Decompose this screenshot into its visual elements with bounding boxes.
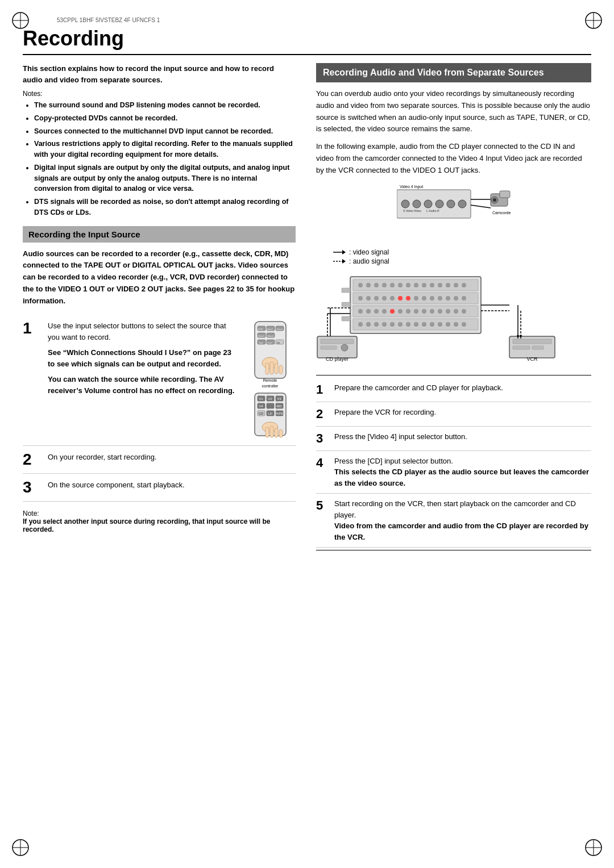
note-item: Copy-protected DVDs cannot be recorded. (34, 113, 296, 124)
svg-point-139 (374, 322, 379, 327)
diagram-area: Video 4 Input S-Video Video (316, 182, 591, 369)
svg-point-146 (430, 322, 434, 327)
svg-point-149 (454, 322, 458, 327)
svg-marker-87 (342, 250, 346, 254)
step-row-1: 1 DVD Video1 (23, 315, 296, 446)
svg-point-105 (438, 283, 442, 287)
step-2-text: On your recorder, start recording. (48, 452, 296, 463)
right-step-text-5: Start recording on the VCR, then start p… (334, 498, 591, 542)
svg-point-113 (390, 296, 395, 301)
svg-rect-153 (342, 316, 350, 321)
svg-point-125 (374, 309, 379, 314)
right-step-text-4-bold: This selects the CD player as the audio … (334, 468, 589, 487)
svg-text:DVD: DVD (258, 328, 263, 331)
svg-point-142 (398, 322, 403, 327)
step-number-1: 1 (23, 320, 39, 336)
right-step-num-1: 1 (316, 382, 329, 397)
note-item: Various restrictions apply to digital re… (34, 139, 296, 160)
svg-point-127 (390, 309, 395, 314)
svg-point-128 (398, 309, 403, 314)
svg-point-111 (374, 296, 379, 301)
svg-rect-64 (265, 427, 269, 437)
svg-point-115 (406, 296, 410, 301)
svg-point-96 (366, 283, 371, 287)
svg-text:Video4: Video4 (267, 335, 273, 337)
diagram-legend: : video signal : audio signal (322, 248, 389, 266)
right-step-num-3: 3 (316, 431, 329, 446)
right-step-2: 2 Prepare the VCR for recording. (316, 402, 591, 427)
svg-text:CD: CD (258, 412, 263, 415)
svg-text:Video1: Video1 (267, 328, 273, 331)
svg-point-117 (422, 296, 426, 301)
svg-text:Video2: Video2 (276, 328, 283, 331)
svg-text:Video 4 Input: Video 4 Input (400, 185, 423, 189)
svg-rect-151 (342, 288, 350, 293)
svg-point-150 (462, 322, 466, 327)
svg-point-118 (430, 296, 434, 301)
svg-rect-65 (270, 426, 273, 437)
right-step-text-5-normal: Start recording on the VCR, then start p… (334, 499, 576, 519)
svg-text:V4: V4 (259, 404, 263, 408)
svg-point-97 (374, 283, 379, 287)
svg-rect-67 (279, 429, 283, 437)
step-number-2: 2 (23, 452, 39, 468)
right-step-5: 5 Start recording on the VCR, then start… (316, 494, 591, 548)
svg-point-144 (414, 322, 418, 327)
svg-text:L-Audio-R: L-Audio-R (426, 209, 439, 212)
svg-point-119 (438, 296, 442, 301)
legend-video: : video signal (333, 248, 389, 256)
svg-line-80 (471, 205, 491, 208)
svg-point-122 (462, 296, 466, 301)
intro-text: This section explains how to record the … (23, 63, 296, 85)
svg-point-99 (390, 283, 395, 287)
right-step-text-3: Press the [Video 4] input selector butto… (334, 431, 467, 443)
receiver-diagram: CD player VCR (316, 271, 561, 362)
svg-point-143 (406, 322, 410, 327)
svg-text:S-Video: S-Video (403, 209, 413, 212)
left-column: This section explains how to record the … (23, 63, 307, 553)
svg-point-110 (366, 296, 371, 301)
svg-text:CD player: CD player (326, 356, 349, 362)
svg-point-133 (438, 309, 442, 314)
corner-mark-bl (10, 837, 31, 858)
svg-text:CD: CD (277, 342, 280, 344)
step-number-3: 3 (23, 479, 39, 495)
svg-text:Video: Video (414, 209, 421, 212)
svg-text:Tape: Tape (259, 342, 263, 344)
right-section-header: Recording Audio and Video from Separate … (316, 63, 591, 82)
svg-point-121 (454, 296, 458, 301)
note-item: The surround sound and DSP listening mod… (34, 100, 296, 111)
step-row-2: 2 On your recorder, start recording. (23, 446, 296, 474)
svg-point-137 (358, 322, 363, 327)
svg-text:controller: controller (262, 384, 278, 388)
step-3-text: On the source component, start playback. (48, 479, 296, 491)
right-step-num-5: 5 (316, 498, 329, 513)
svg-rect-32 (265, 363, 269, 374)
video4-panel-image: Video 4 Input S-Video Video (397, 182, 511, 239)
svg-point-130 (414, 309, 418, 314)
svg-point-104 (430, 283, 434, 287)
bottom-note-text: If you select another input source durin… (23, 518, 270, 533)
right-step-text-4-normal: Press the [CD] input selector button. (334, 457, 453, 465)
svg-point-134 (446, 309, 450, 314)
svg-point-114 (398, 296, 403, 301)
page-title: Recording (23, 27, 591, 55)
svg-point-107 (454, 283, 458, 287)
legend-audio: : audio signal (333, 257, 389, 265)
svg-point-135 (454, 309, 458, 314)
input-source-header: Recording the Input Source (23, 226, 296, 243)
svg-point-129 (406, 309, 410, 314)
svg-point-100 (398, 283, 403, 287)
svg-text:V1: V1 (259, 397, 263, 400)
svg-rect-158 (321, 346, 337, 349)
svg-point-141 (390, 322, 395, 327)
svg-point-72 (424, 200, 432, 208)
notes-label: Notes: (23, 90, 296, 98)
svg-text:LD: LD (268, 412, 272, 415)
svg-point-106 (446, 283, 450, 287)
right-step-text-4: Press the [CD] input selector button. Th… (334, 456, 591, 489)
svg-rect-35 (279, 365, 283, 374)
svg-point-138 (366, 322, 371, 327)
svg-point-108 (462, 283, 466, 287)
right-step-4: 4 Press the [CD] input selector button. … (316, 451, 591, 494)
